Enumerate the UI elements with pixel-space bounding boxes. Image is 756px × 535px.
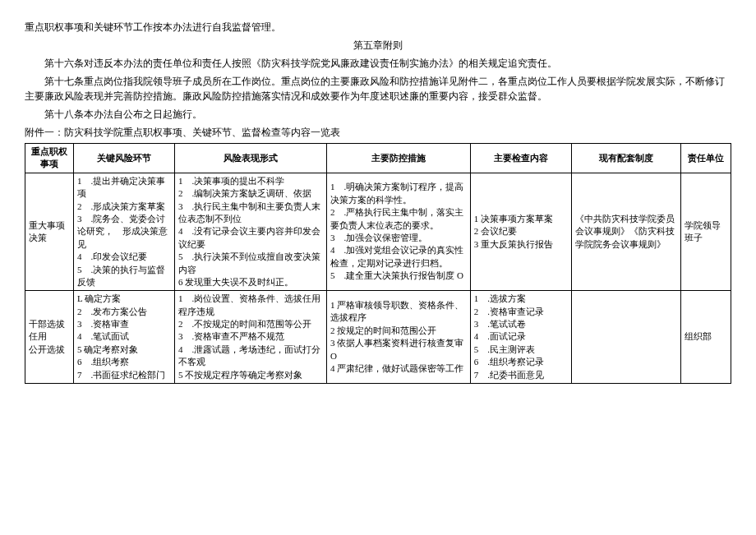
cell-control: 1 .明确决策方案制订程序，提高决策方案的科学性。2 .严格执行民主集中制，落实… xyxy=(326,173,470,291)
cell-check: 1 决策事项方案草案2 会议纪要3 重大反策执行报告 xyxy=(470,173,571,291)
cell-unit: 组织部 xyxy=(680,291,731,384)
cell-risk: 1 .决策事项的提出不科学2 .编制决策方案缺乏调研、依据3 .执行民主集中制和… xyxy=(174,173,326,291)
article-17: 第十七条重点岗位指我院领导班子成员所在工作岗位。重点岗位的主要廉政风险和防控措施… xyxy=(25,74,731,104)
cell-unit: 学院领导班子 xyxy=(680,173,731,291)
header-system: 现有配套制度 xyxy=(571,144,680,173)
table-header-row: 重点职权事项 关键风险环节 风险表现形式 主要防控措施 主要检查内容 现有配套制… xyxy=(25,144,731,173)
table-row: 干部选拔任用公开选拔 L 确定方案2 .发布方案公告3 .资格审查4 .笔试面试… xyxy=(25,291,731,384)
main-table: 重点职权事项 关键风险环节 风险表现形式 主要防控措施 主要检查内容 现有配套制… xyxy=(25,143,731,384)
header-control: 主要防控措施 xyxy=(326,144,470,173)
cell-check: 1 .选拔方案2 .资格审查记录3 .笔试试卷4 .面试记录5 .民主测评表6 … xyxy=(470,291,571,384)
cell-link: 1 .提出并确定决策事项2 .形成决策方案草案3 .院务会、党委会讨论研究， 形… xyxy=(73,173,174,291)
cell-system: 《中共防灾科技学院委员会议事规则》《防灾科技学院院务会议事规则》 xyxy=(571,173,680,291)
header-item: 重点职权事项 xyxy=(25,144,74,173)
header-risk: 风险表现形式 xyxy=(174,144,326,173)
cell-system xyxy=(571,291,680,384)
header-check: 主要检查内容 xyxy=(470,144,571,173)
chapter-heading: 第五章附则 xyxy=(25,38,731,53)
cell-item: 重大事项决策 xyxy=(25,173,74,291)
article-18: 第十八条本办法自公布之日起施行。 xyxy=(25,107,731,122)
header-link: 关键风险环节 xyxy=(73,144,174,173)
article-16: 第十六条对违反本办法的责任单位和责任人按照《防灾科技学院党风廉政建设责任制实施办… xyxy=(25,56,731,71)
attachment-title: 附件一：防灾科技学院重点职权事项、关键环节、监督检查等内容一览表 xyxy=(25,125,731,140)
cell-risk: 1 .岗位设置、资格条件、选拔任用程序违规2 .不按规定的时间和范围等公开3 .… xyxy=(174,291,326,384)
cell-link: L 确定方案2 .发布方案公告3 .资格审查4 .笔试面试5 确定考察对象6 .… xyxy=(73,291,174,384)
table-row: 重大事项决策 1 .提出并确定决策事项2 .形成决策方案草案3 .院务会、党委会… xyxy=(25,173,731,291)
cell-control: 1 严格审核领导职数、资格条件、选拔程序2 按规定的时间和范围公开3 依据人事档… xyxy=(326,291,470,384)
cell-item: 干部选拔任用公开选拔 xyxy=(25,291,74,384)
paragraph-intro: 重点职权事项和关键环节工作按本办法进行自我监督管理。 xyxy=(25,20,731,35)
header-unit: 责任单位 xyxy=(680,144,731,173)
